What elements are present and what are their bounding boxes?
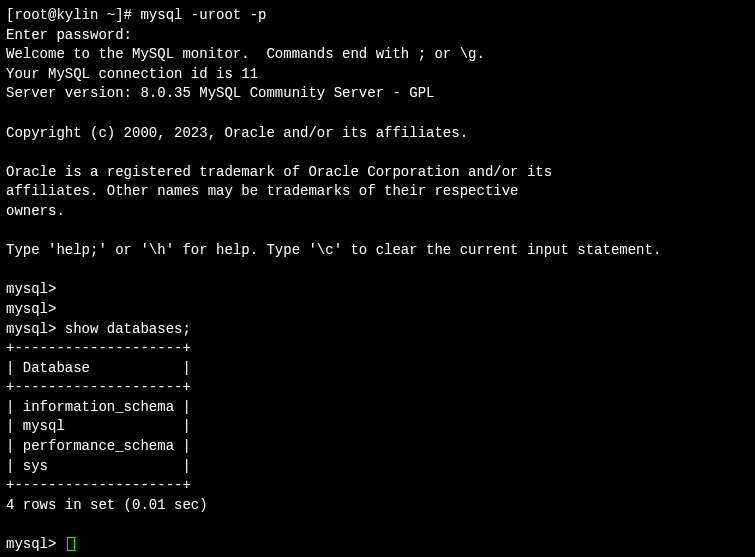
mysql-prompt-active[interactable]: mysql> xyxy=(6,535,749,555)
trademark-line-1: Oracle is a registered trademark of Orac… xyxy=(6,163,749,183)
help-line: Type 'help;' or '\h' for help. Type '\c'… xyxy=(6,241,749,261)
welcome-line: Welcome to the MySQL monitor. Commands e… xyxy=(6,45,749,65)
blank-line xyxy=(6,261,749,281)
mysql-prompt-empty-1: mysql> xyxy=(6,280,749,300)
mysql-prompt-empty-2: mysql> xyxy=(6,300,749,320)
shell-prompt-line: [root@kylin ~]# mysql -uroot -p xyxy=(6,6,749,26)
table-row: | performance_schema | xyxy=(6,437,749,457)
trademark-line-2: affiliates. Other names may be trademark… xyxy=(6,182,749,202)
table-border-mid: +--------------------+ xyxy=(6,378,749,398)
terminal-output: [root@kylin ~]# mysql -uroot -p Enter pa… xyxy=(6,6,749,555)
shell-prompt: [root@kylin ~]# xyxy=(6,7,140,23)
version-line: Server version: 8.0.35 MySQL Community S… xyxy=(6,84,749,104)
mysql-prompt: mysql> xyxy=(6,321,65,337)
table-header: | Database | xyxy=(6,359,749,379)
mysql-command-line: mysql> show databases; xyxy=(6,320,749,340)
table-border-top: +--------------------+ xyxy=(6,339,749,359)
sql-command: show databases; xyxy=(65,321,191,337)
connection-line: Your MySQL connection id is 11 xyxy=(6,65,749,85)
blank-line xyxy=(6,143,749,163)
blank-line xyxy=(6,222,749,242)
table-row: | sys | xyxy=(6,457,749,477)
table-row: | information_schema | xyxy=(6,398,749,418)
result-summary: 4 rows in set (0.01 sec) xyxy=(6,496,749,516)
shell-command: mysql -uroot -p xyxy=(140,7,266,23)
trademark-line-3: owners. xyxy=(6,202,749,222)
mysql-prompt: mysql> xyxy=(6,536,65,552)
cursor-icon xyxy=(67,537,75,551)
copyright-line: Copyright (c) 2000, 2023, Oracle and/or … xyxy=(6,124,749,144)
table-border-bottom: +--------------------+ xyxy=(6,476,749,496)
password-prompt-line: Enter password: xyxy=(6,26,749,46)
table-row: | mysql | xyxy=(6,417,749,437)
blank-line xyxy=(6,515,749,535)
blank-line xyxy=(6,104,749,124)
